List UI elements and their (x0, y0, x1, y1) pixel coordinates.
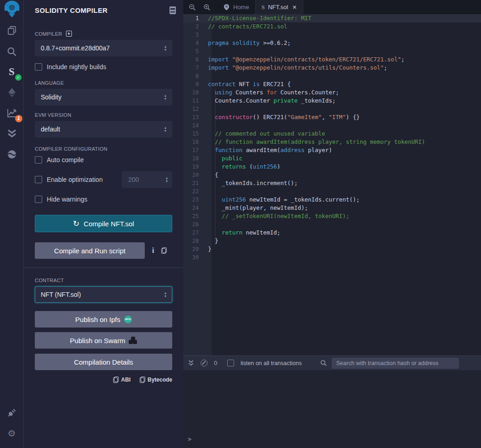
code-line[interactable]: 15 // commented out unused variable (183, 130, 481, 138)
static-analysis-icon[interactable] (4, 126, 20, 142)
code-editor[interactable]: 1//SPDX-License-Identifier: MIT2// contr… (183, 14, 481, 355)
code-line[interactable]: 24 _mint(player, newItemId); (183, 204, 481, 212)
swarm-icon (129, 337, 137, 344)
close-tab-icon[interactable]: ✕ (292, 4, 297, 11)
code-line[interactable]: 23 uint256 newItemId = _tokenIds.current… (183, 196, 481, 204)
optimization-runs-input[interactable] (128, 176, 156, 183)
code-line[interactable]: 10 using Counters for Counters.Counter; (183, 88, 481, 97)
clear-console-icon[interactable] (201, 360, 208, 366)
optimization-checkbox[interactable] (35, 176, 42, 183)
code-line[interactable]: 13 constructor() ERC721("GameItem", "ITM… (183, 113, 481, 121)
plugin-manager-icon[interactable] (4, 404, 20, 421)
line-number: 22 (183, 187, 205, 196)
auto-compile-checkbox[interactable] (35, 156, 42, 164)
solidity-compiler-icon[interactable]: S ✓ (4, 64, 20, 80)
compiler-version-select[interactable]: 0.8.7+commit.e28d00a7 ▴▾ (35, 40, 172, 56)
code-text: returns (uint256) (205, 163, 280, 171)
analytics-icon[interactable]: 1 (4, 105, 20, 121)
plugin-circle-icon[interactable] (4, 146, 20, 163)
collapse-terminal-icon[interactable] (188, 360, 194, 366)
code-line[interactable]: 20 { (183, 171, 481, 179)
tab-home[interactable]: Home (217, 0, 255, 14)
code-line[interactable]: 6import "@openzeppelin/contracts/token/E… (183, 55, 481, 64)
optimization-runs-box: ▴▾ (122, 171, 172, 188)
code-line[interactable]: 2// contracts/ERC721.sol (183, 22, 481, 31)
compilation-details-button[interactable]: Compilation Details (35, 354, 172, 370)
code-line[interactable]: 21 _tokenIds.increment(); (183, 179, 481, 187)
tab-nft-sol[interactable]: S NFT.sol ✕ (255, 0, 303, 14)
line-number: 27 (183, 229, 205, 237)
terminal-output[interactable]: > (183, 370, 481, 448)
abi-bytecode-row: ABI Bytecode (35, 377, 172, 383)
code-line[interactable]: 18 public (183, 154, 481, 163)
code-line[interactable]: 22 (183, 187, 481, 196)
evm-version-select[interactable]: default ▴▾ (35, 121, 172, 137)
icon-rail: S ✓ 1 (0, 0, 24, 448)
publish-swarm-button[interactable]: Publish on Swarm (35, 332, 172, 349)
code-text (205, 253, 208, 262)
nightly-builds-checkbox[interactable] (35, 63, 42, 71)
copy-icon (140, 377, 145, 383)
code-line[interactable]: 19 returns (uint256) (183, 163, 481, 171)
code-line[interactable]: 3 (183, 31, 481, 39)
compiler-success-badge: ✓ (15, 74, 22, 81)
code-line[interactable]: 28 } (183, 237, 481, 245)
code-line[interactable]: 17 function awardItem(address player) (183, 146, 481, 154)
line-number: 5 (183, 47, 205, 55)
code-lines: 1//SPDX-License-Identifier: MIT2// contr… (183, 14, 481, 262)
add-compiler-icon[interactable]: + (66, 31, 72, 37)
copy-icon[interactable] (161, 247, 167, 254)
code-line[interactable]: 9contract NFT is ERC721 { (183, 80, 481, 88)
language-select[interactable]: Solidity ▴▾ (35, 89, 172, 105)
code-line[interactable]: 4pragma solidity >=0.6.2; (183, 39, 481, 47)
panel-title: SOLIDITY COMPILER (35, 6, 108, 14)
hide-warnings-checkbox[interactable] (35, 196, 42, 203)
compile-button[interactable]: ↻ Compile NFT.sol (35, 215, 172, 232)
line-number: 20 (183, 171, 205, 179)
line-number: 7 (183, 64, 205, 72)
zoom-in-icon[interactable] (203, 4, 211, 11)
code-line[interactable]: 1//SPDX-License-Identifier: MIT (183, 14, 481, 22)
tab-bar: Home S NFT.sol ✕ (183, 0, 481, 14)
transaction-search-input[interactable] (332, 358, 459, 369)
code-line[interactable]: 29} (183, 245, 481, 253)
code-line[interactable]: 27 return newItemId; (183, 229, 481, 237)
chevron-updown-icon: ▴▾ (164, 45, 166, 51)
code-line[interactable]: 25 // _setTokenURI(newItemId, tokenURI); (183, 212, 481, 220)
code-line[interactable]: 14 (183, 121, 481, 130)
line-number: 14 (183, 121, 205, 130)
auto-compile-row: Auto compile (35, 156, 172, 164)
stepper-updown-icon[interactable]: ▴▾ (166, 176, 168, 183)
code-text: Counters.Counter private _tokenIds; (205, 97, 335, 105)
code-line[interactable]: 11 Counters.Counter private _tokenIds; (183, 97, 481, 105)
line-number: 19 (183, 163, 205, 171)
copy-bytecode-button[interactable]: Bytecode (140, 377, 172, 383)
zoom-out-icon[interactable] (189, 4, 196, 11)
hide-warnings-row: Hide warnings (35, 196, 172, 203)
compile-and-run-button[interactable]: Compile and Run script (35, 242, 145, 259)
code-line[interactable]: 30 (183, 253, 481, 262)
code-line[interactable]: 8 (183, 72, 481, 80)
solidity-compiler-panel: SOLIDITY COMPILER COMPILER + 0.8.7+commi… (24, 0, 183, 448)
code-line[interactable]: 12 (183, 105, 481, 113)
search-icon[interactable] (4, 43, 20, 60)
nightly-builds-row: Include nightly builds (35, 63, 172, 71)
code-line[interactable]: 7import "@openzeppelin/contracts/utils/C… (183, 64, 481, 72)
code-line[interactable]: 5 (183, 47, 481, 55)
publish-ipfs-button[interactable]: Publish on Ipfs IPFS (35, 311, 172, 328)
code-line[interactable]: 16 // function awardItem(address player,… (183, 138, 481, 146)
listen-transactions-checkbox[interactable] (227, 360, 234, 366)
file-explorer-icon[interactable] (4, 22, 20, 39)
settings-gear-icon[interactable]: ⚙ (4, 425, 20, 442)
contract-select[interactable]: NFT (NFT.sol) ▴▾ (35, 286, 172, 303)
code-line[interactable]: 26 (183, 220, 481, 229)
copy-abi-button[interactable]: ABI (113, 377, 131, 383)
line-number: 12 (183, 105, 205, 113)
documentation-icon[interactable] (169, 6, 176, 14)
info-icon[interactable]: i (152, 246, 154, 255)
deploy-run-icon[interactable] (4, 84, 20, 101)
code-text: } (205, 245, 212, 253)
line-number: 18 (183, 154, 205, 163)
solidity-file-icon: S (262, 4, 265, 11)
code-text: import "@openzeppelin/contracts/utils/Co… (205, 64, 387, 72)
